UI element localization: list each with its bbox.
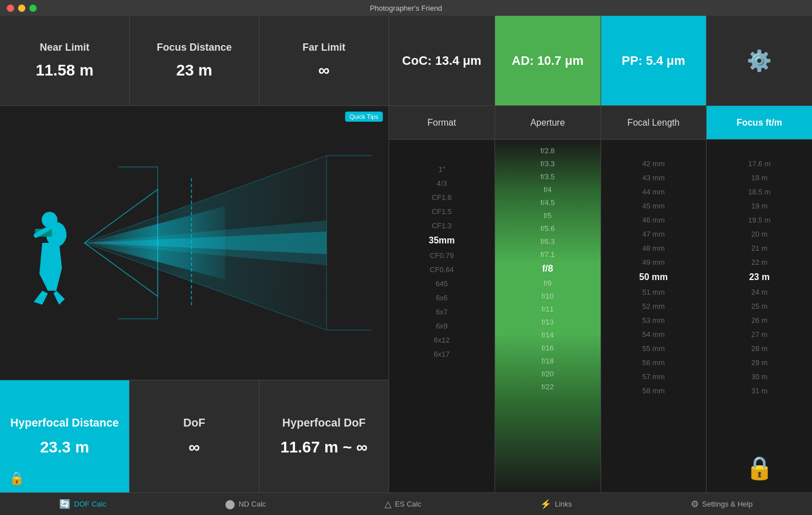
ad-value: AD: 10.7 μm	[512, 54, 584, 68]
list-item[interactable]: f/7.1	[495, 248, 601, 261]
list-item[interactable]: f/5	[495, 209, 601, 222]
list-item[interactable]: CF0.64	[389, 263, 495, 277]
quick-tips-badge[interactable]: Quick Tips	[345, 112, 383, 122]
list-item[interactable]: 57 mm	[601, 370, 707, 384]
pp-value: PP: 5.4 μm	[622, 54, 686, 68]
list-item[interactable]: 35mm	[389, 233, 495, 248]
nav-dof-calc[interactable]: 🔄 DOF Calc	[59, 499, 106, 509]
list-item[interactable]: f/22	[495, 380, 601, 393]
list-item[interactable]: 645	[389, 277, 495, 291]
minimize-button[interactable]	[18, 5, 25, 12]
nav-settings[interactable]: ⚙ Settings & Help	[691, 499, 753, 509]
list-item[interactable]: f/3.5	[495, 170, 601, 183]
list-item[interactable]: CF1.6	[389, 190, 495, 205]
list-item[interactable]: 29 m	[707, 356, 812, 370]
list-item[interactable]: 56 mm	[601, 356, 707, 370]
aperture-column[interactable]: f/2.8f/3.3f/3.5f/4f/4.5f/5f/5.6f/6.3f/7.…	[495, 140, 601, 492]
list-item[interactable]: 44 mm	[601, 185, 707, 199]
list-item[interactable]: f/11	[495, 303, 601, 316]
list-item[interactable]: 50 mm	[601, 269, 707, 285]
list-item[interactable]: 43 mm	[601, 171, 707, 185]
list-item[interactable]: f/2.8	[495, 144, 601, 157]
list-item[interactable]: 25 m	[707, 299, 812, 313]
dof-value: ∞	[189, 438, 200, 456]
list-item[interactable]: 4/3	[389, 176, 495, 190]
list-item[interactable]: 28 m	[707, 341, 812, 356]
list-item[interactable]: f/18	[495, 354, 601, 367]
list-item[interactable]: 42 mm	[601, 157, 707, 171]
list-item[interactable]: f/8	[495, 261, 601, 277]
list-item[interactable]: 1"	[389, 162, 495, 176]
ad-box: AD: 10.7 μm	[495, 16, 601, 105]
settings-box[interactable]: ⚙️	[707, 16, 812, 105]
aperture-header[interactable]: Aperture	[495, 106, 601, 139]
list-item[interactable]: 30 m	[707, 370, 812, 384]
table-data: 1"4/3CF1.6CF1.5CF1.335mmCF0.79CF0.646456…	[389, 140, 812, 492]
list-item[interactable]: f/3.3	[495, 157, 601, 170]
list-item[interactable]: f/13	[495, 316, 601, 328]
list-item[interactable]: 18 m	[707, 171, 812, 185]
list-item[interactable]: 45 mm	[601, 199, 707, 213]
maximize-button[interactable]	[29, 5, 37, 12]
far-limit-box: Far Limit ∞	[259, 16, 389, 105]
focus-ftm-header[interactable]: Focus ft/m	[707, 106, 812, 139]
metric-row: CoC: 13.4 μm AD: 10.7 μm PP: 5.4 μm ⚙️	[389, 16, 812, 106]
list-item[interactable]: 6x17	[389, 347, 495, 361]
list-item[interactable]: f/6.3	[495, 235, 601, 248]
list-item[interactable]: 19 m	[707, 199, 812, 213]
list-item[interactable]: f/4.5	[495, 196, 601, 209]
list-item[interactable]: 18.5 m	[707, 185, 812, 199]
list-item[interactable]: f/16	[495, 341, 601, 354]
list-item[interactable]: 6x6	[389, 291, 495, 305]
window-controls[interactable]	[7, 5, 37, 12]
left-panel: Near Limit 11.58 m Focus Distance 23 m F…	[0, 16, 389, 492]
list-item[interactable]: CF0.79	[389, 248, 495, 263]
nav-es-calc[interactable]: △ ES Calc	[385, 499, 421, 509]
focal-length-header[interactable]: Focal Length	[601, 106, 707, 139]
list-item[interactable]: 27 m	[707, 327, 812, 341]
focal-length-column[interactable]: 42 mm43 mm44 mm45 mm46 mm47 mm48 mm49 mm…	[601, 140, 707, 492]
focus-distance-column[interactable]: 17.6 m18 m18.5 m19 m19.5 m20 m21 m22 m23…	[707, 140, 812, 492]
list-item[interactable]: f/5.6	[495, 222, 601, 235]
list-item[interactable]: CF1.5	[389, 205, 495, 219]
list-item[interactable]: 31 m	[707, 384, 812, 398]
format-column[interactable]: 1"4/3CF1.6CF1.5CF1.335mmCF0.79CF0.646456…	[389, 140, 495, 492]
lock-icon[interactable]: 🔒	[745, 455, 774, 481]
list-item[interactable]: f/9	[495, 277, 601, 290]
list-item[interactable]: 6x7	[389, 305, 495, 319]
list-item[interactable]: CF1.3	[389, 219, 495, 233]
coc-box: CoC: 13.4 μm	[389, 16, 495, 105]
list-item[interactable]: 6x12	[389, 333, 495, 347]
list-item[interactable]: f/10	[495, 290, 601, 303]
list-item[interactable]: 51 mm	[601, 285, 707, 299]
list-item[interactable]: 17.6 m	[707, 157, 812, 171]
format-header[interactable]: Format	[389, 106, 495, 139]
list-item[interactable]: 6x9	[389, 319, 495, 333]
list-item[interactable]: 48 mm	[601, 241, 707, 255]
list-item[interactable]: 53 mm	[601, 313, 707, 327]
list-item[interactable]: f/20	[495, 367, 601, 380]
list-item[interactable]: 21 m	[707, 241, 812, 255]
list-item[interactable]: f/4	[495, 183, 601, 196]
list-item[interactable]: 19.5 m	[707, 213, 812, 227]
list-item[interactable]: 55 mm	[601, 341, 707, 356]
dof-visualization: Quick Tips	[0, 106, 389, 380]
hyperfocal-value: 23.3 m	[40, 438, 89, 456]
list-item[interactable]: 23 m	[707, 269, 812, 285]
list-item[interactable]: f/14	[495, 328, 601, 341]
list-item[interactable]: 20 m	[707, 227, 812, 241]
list-item[interactable]: 58 mm	[601, 384, 707, 398]
nav-links[interactable]: ⚡ Links	[540, 499, 572, 509]
list-item[interactable]: 49 mm	[601, 255, 707, 269]
list-item[interactable]: 26 m	[707, 313, 812, 327]
list-item[interactable]: 22 m	[707, 255, 812, 269]
list-item[interactable]: 52 mm	[601, 299, 707, 313]
dof-icon: 🔄	[59, 499, 70, 509]
close-button[interactable]	[7, 5, 14, 12]
list-item[interactable]: 24 m	[707, 285, 812, 299]
list-item[interactable]: 46 mm	[601, 213, 707, 227]
list-item[interactable]: 47 mm	[601, 227, 707, 241]
list-item[interactable]: 54 mm	[601, 327, 707, 341]
lock-icon[interactable]: 🔒	[9, 471, 24, 486]
nav-nd-calc[interactable]: ⬤ ND Calc	[225, 499, 266, 509]
